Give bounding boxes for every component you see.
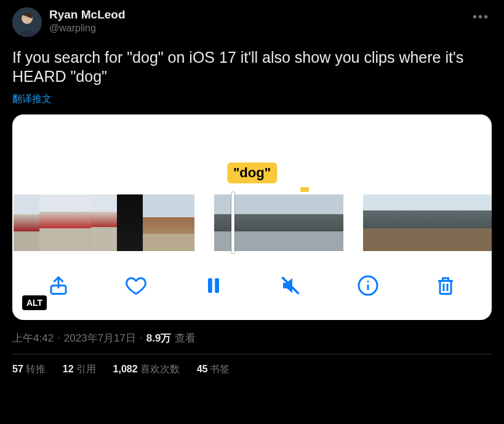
views-count[interactable]: 8.9万 bbox=[146, 331, 172, 345]
video-frame[interactable] bbox=[143, 194, 169, 251]
video-frame[interactable] bbox=[363, 194, 389, 251]
display-name[interactable]: Ryan McLeod bbox=[49, 7, 126, 22]
tweet-text: If you search for "dog" on iOS 17 it'll … bbox=[12, 48, 492, 87]
svg-point-7 bbox=[367, 280, 369, 282]
svg-rect-4 bbox=[215, 278, 219, 293]
caption-area: "dog" bbox=[12, 114, 492, 194]
stat-likes[interactable]: 1,082喜欢次数 bbox=[113, 363, 180, 376]
caption-pill: "dog" bbox=[227, 162, 277, 183]
more-icon[interactable]: ••• bbox=[470, 7, 492, 26]
svg-rect-9 bbox=[440, 281, 451, 294]
video-frame[interactable] bbox=[91, 194, 117, 251]
stat-quotes[interactable]: 12引用 bbox=[63, 363, 96, 376]
video-frame[interactable] bbox=[389, 194, 415, 251]
video-frame[interactable] bbox=[169, 194, 194, 251]
handle[interactable]: @warpling bbox=[49, 22, 126, 34]
clip-group bbox=[363, 194, 492, 251]
tweet-header: Ryan McLeod @warpling ••• bbox=[12, 7, 492, 37]
video-frame[interactable] bbox=[466, 194, 492, 251]
tweet: Ryan McLeod @warpling ••• If you search … bbox=[0, 0, 504, 376]
video-frame[interactable] bbox=[117, 194, 143, 251]
heart-icon[interactable] bbox=[124, 273, 148, 298]
clip-group bbox=[214, 194, 343, 251]
video-frame[interactable] bbox=[39, 194, 65, 251]
clip-group bbox=[14, 194, 194, 251]
video-frame[interactable] bbox=[65, 194, 91, 251]
video-frame[interactable] bbox=[415, 194, 441, 251]
avatar[interactable] bbox=[12, 7, 42, 37]
tweet-stats: 57转推 12引用 1,082喜欢次数 45书签 bbox=[12, 363, 492, 376]
translate-link[interactable]: 翻译推文 bbox=[12, 93, 492, 106]
video-frame[interactable] bbox=[240, 194, 266, 251]
media-toolbar bbox=[12, 251, 492, 320]
video-frame[interactable] bbox=[266, 194, 292, 251]
caption-marker bbox=[300, 187, 309, 192]
pause-icon[interactable] bbox=[201, 273, 226, 298]
share-icon[interactable] bbox=[46, 273, 71, 298]
alt-badge[interactable]: ALT bbox=[22, 295, 47, 310]
divider bbox=[12, 354, 492, 354]
svg-rect-3 bbox=[208, 278, 212, 293]
stat-retweets[interactable]: 57转推 bbox=[12, 363, 46, 376]
video-frame[interactable] bbox=[214, 194, 240, 251]
video-frame[interactable] bbox=[318, 194, 343, 251]
tweet-meta: 上午4:42 · 2023年7月17日 · 8.9万 查看 bbox=[12, 331, 492, 345]
views-label: 查看 bbox=[175, 331, 196, 345]
tweet-date[interactable]: 2023年7月17日 bbox=[64, 331, 136, 345]
stat-bookmarks[interactable]: 45书签 bbox=[197, 363, 230, 376]
video-frame[interactable] bbox=[441, 194, 466, 251]
trash-icon[interactable] bbox=[433, 273, 458, 298]
tweet-time[interactable]: 上午4:42 bbox=[12, 331, 54, 345]
media-card: "dog" bbox=[12, 114, 492, 320]
video-frame[interactable] bbox=[292, 194, 318, 251]
info-icon[interactable] bbox=[356, 273, 380, 298]
filmstrip[interactable] bbox=[12, 194, 492, 251]
video-frame[interactable] bbox=[14, 194, 39, 251]
mute-icon[interactable] bbox=[278, 273, 303, 298]
scrubber-handle[interactable] bbox=[231, 192, 234, 254]
author-block: Ryan McLeod @warpling bbox=[49, 7, 126, 34]
